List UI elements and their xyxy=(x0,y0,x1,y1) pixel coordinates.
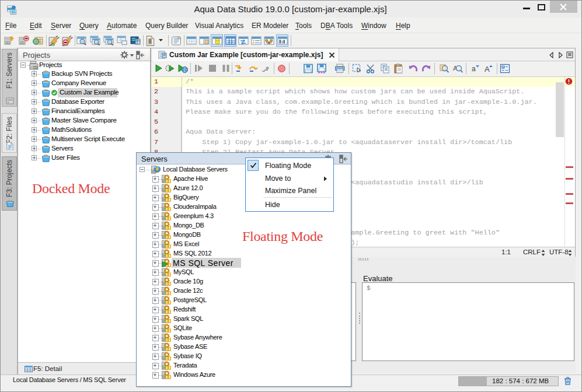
svg-text:a: a xyxy=(472,65,476,73)
svg-text:A: A xyxy=(485,65,490,74)
